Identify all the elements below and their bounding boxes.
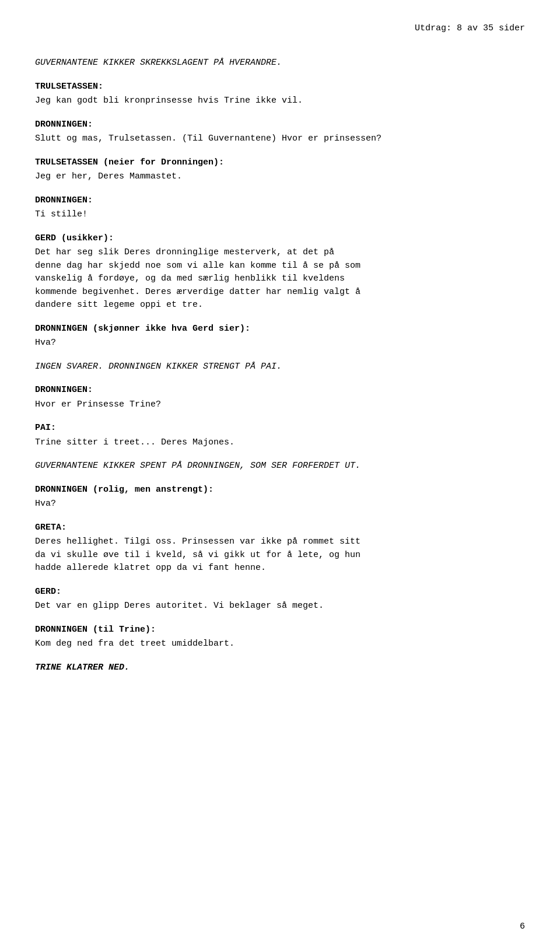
speaker-gerd-2: GERD: xyxy=(35,586,525,599)
block-stage-action-1: GUVERNANTENE KIKKER SKREKKSLAGENT PÅ HVE… xyxy=(35,57,525,70)
dialogue-dronningen-1: Slutt og mas, Trulsetassen. (Til Guverna… xyxy=(35,132,525,146)
dialogue-gerd-1-line1: Det har seg slik Deres dronninglige mest… xyxy=(35,246,525,260)
block-trulsetassen-1: TRULSETASSEN: Jeg kan godt bli kronprins… xyxy=(35,80,525,108)
dialogue-dronningen-5: Hva? xyxy=(35,498,525,511)
dialogue-greta-line1: Deres hellighet. Tilgi oss. Prinsessen v… xyxy=(35,535,525,549)
page-number: 6 xyxy=(520,922,525,932)
block-greta: GRETA: Deres hellighet. Tilgi oss. Prins… xyxy=(35,521,525,575)
dialogue-dronningen-4: Hvor er Prinsesse Trine? xyxy=(35,398,525,412)
block-stage-action-3: GUVERNANTENE KIKKER SPENT PÅ DRONNINGEN,… xyxy=(35,460,525,473)
speaker-dronningen-3: DRONNINGEN (skjønner ikke hva Gerd sier)… xyxy=(35,323,525,336)
speaker-greta: GRETA: xyxy=(35,521,525,535)
speaker-dronningen-5: DRONNINGEN (rolig, men anstrengt): xyxy=(35,484,525,497)
speaker-trulsetassen-2: TRULSETASSEN (neier for Dronningen): xyxy=(35,156,525,170)
page-container: Utdrag: 8 av 35 sider GUVERNANTENE KIKKE… xyxy=(0,0,560,949)
dialogue-dronningen-6: Kom deg ned fra det treet umiddelbart. xyxy=(35,638,525,651)
stage-direction-2: INGEN SVARER. DRONNINGEN KIKKER STRENGT … xyxy=(35,360,525,374)
speaker-pai: PAI: xyxy=(35,422,525,435)
speaker-trulsetassen-1: TRULSETASSEN: xyxy=(35,80,525,94)
block-gerd-2: GERD: Det var en glipp Deres autoritet. … xyxy=(35,586,525,613)
dialogue-dronningen-2: Ti stille! xyxy=(35,208,525,222)
dialogue-trulsetassen-2: Jeg er her, Deres Mammastet. xyxy=(35,170,525,184)
block-dronningen-3: DRONNINGEN (skjønner ikke hva Gerd sier)… xyxy=(35,323,525,350)
dialogue-gerd-1-line4: kommende begivenhet. Deres ærverdige dat… xyxy=(35,286,525,299)
speaker-dronningen-6: DRONNINGEN (til Trine): xyxy=(35,624,525,637)
block-pai: PAI: Trine sitter i treet... Deres Majon… xyxy=(35,422,525,449)
dialogue-gerd-1-line5: dandere sitt legeme oppi et tre. xyxy=(35,299,525,312)
stage-direction-1: GUVERNANTENE KIKKER SKREKKSLAGENT PÅ HVE… xyxy=(35,57,525,70)
block-stage-action-4: TRINE KLATRER NED. xyxy=(35,661,525,675)
speaker-dronningen-1: DRONNINGEN: xyxy=(35,118,525,132)
speaker-gerd-1: GERD (usikker): xyxy=(35,232,525,246)
dialogue-gerd-2: Det var en glipp Deres autoritet. Vi bek… xyxy=(35,600,525,613)
block-gerd-1: GERD (usikker): Det har seg slik Deres d… xyxy=(35,232,525,312)
dialogue-greta-line2: da vi skulle øve til i kveld, så vi gikk… xyxy=(35,549,525,562)
block-stage-action-2: INGEN SVARER. DRONNINGEN KIKKER STRENGT … xyxy=(35,360,525,374)
dialogue-gerd-1-line2: denne dag har skjedd noe som vi alle kan… xyxy=(35,260,525,273)
block-dronningen-1: DRONNINGEN: Slutt og mas, Trulsetassen. … xyxy=(35,118,525,146)
dialogue-trulsetassen-1: Jeg kan godt bli kronprinsesse hvis Trin… xyxy=(35,94,525,108)
block-trulsetassen-2: TRULSETASSEN (neier for Dronningen): Jeg… xyxy=(35,156,525,184)
speaker-dronningen-4: DRONNINGEN: xyxy=(35,384,525,397)
block-dronningen-6: DRONNINGEN (til Trine): Kom deg ned fra … xyxy=(35,624,525,651)
stage-direction-3: GUVERNANTENE KIKKER SPENT PÅ DRONNINGEN,… xyxy=(35,460,525,473)
speaker-dronningen-2: DRONNINGEN: xyxy=(35,194,525,208)
page-header: Utdrag: 8 av 35 sider xyxy=(35,23,525,33)
block-dronningen-2: DRONNINGEN: Ti stille! xyxy=(35,194,525,222)
dialogue-gerd-1-line3: vanskelig å fordøye, og da med særlig he… xyxy=(35,272,525,286)
header-text: Utdrag: 8 av 35 sider xyxy=(415,23,525,33)
block-dronningen-5: DRONNINGEN (rolig, men anstrengt): Hva? xyxy=(35,484,525,511)
stage-direction-4: TRINE KLATRER NED. xyxy=(35,661,525,675)
dialogue-dronningen-3: Hva? xyxy=(35,337,525,350)
dialogue-pai: Trine sitter i treet... Deres Majones. xyxy=(35,436,525,450)
block-dronningen-4: DRONNINGEN: Hvor er Prinsesse Trine? xyxy=(35,384,525,411)
dialogue-greta-line3: hadde allerede klatret opp da vi fant he… xyxy=(35,562,525,575)
